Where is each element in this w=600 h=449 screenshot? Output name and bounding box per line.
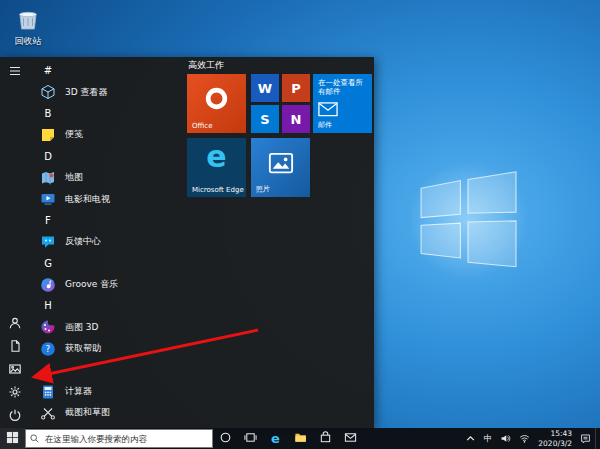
- tile-microsoft-edge[interactable]: e Microsoft Edge: [187, 138, 246, 197]
- app-list-item-calculator[interactable]: 计算器: [30, 381, 186, 402]
- office-icon: [204, 86, 229, 111]
- recycle-bin-shortcut[interactable]: 回收站: [4, 6, 52, 48]
- start-menu: # 3D 查看器 B 便笺 D 地图 电影和电视: [0, 57, 374, 428]
- app-label: 反馈中心: [65, 235, 101, 248]
- tray-date: 2020/3/2: [538, 439, 572, 449]
- user-icon: [8, 315, 22, 334]
- app-list-item-snip-sketch[interactable]: 截图和草图: [30, 402, 186, 423]
- start-menu-expand-button[interactable]: [0, 61, 30, 84]
- app-list-item-3d-viewer[interactable]: 3D 查看器: [30, 81, 186, 102]
- settings-button[interactable]: [0, 382, 30, 405]
- chevron-up-icon: [465, 429, 476, 448]
- user-account-button[interactable]: [0, 313, 30, 336]
- start-tiles-pane: 高效工作 Office W P S N 在一处查看所有邮件 邮件 e: [186, 57, 374, 428]
- recycle-bin-icon: [4, 6, 52, 34]
- hamburger-icon: [8, 63, 22, 82]
- store-bag-icon: [319, 429, 332, 448]
- wifi-icon: [519, 429, 530, 448]
- app-list-item-paint-3d[interactable]: 画图 3D: [30, 317, 186, 338]
- tile-group-title[interactable]: 高效工作: [188, 59, 224, 72]
- calculator-icon: [40, 384, 56, 400]
- start-app-list: # 3D 查看器 B 便笺 D 地图 电影和电视: [30, 57, 186, 428]
- system-tray: 中 15:43 2020/3/2: [461, 428, 600, 449]
- action-center-button[interactable]: [576, 428, 595, 449]
- tile-office[interactable]: Office: [187, 74, 246, 133]
- word-icon: W: [258, 81, 272, 96]
- speaker-icon: [500, 429, 511, 448]
- app-list-item-sticky-notes[interactable]: 便笺: [30, 124, 186, 145]
- tile-onenote[interactable]: N: [282, 105, 310, 133]
- task-view-button[interactable]: [238, 428, 263, 449]
- edge-icon: e: [271, 432, 280, 445]
- app-list-item-movies-tv[interactable]: 电影和电视: [30, 188, 186, 209]
- snip-sketch-icon: [40, 405, 56, 421]
- pictures-button[interactable]: [0, 359, 30, 382]
- app-label: 画图 3D: [65, 321, 99, 334]
- svg-text:?: ?: [46, 344, 51, 354]
- network-button[interactable]: [515, 428, 534, 449]
- windows-wallpaper-logo: [408, 162, 528, 282]
- get-help-icon: ?: [40, 341, 56, 357]
- folder-icon: [294, 429, 307, 448]
- power-icon: [8, 407, 22, 426]
- clock[interactable]: 15:43 2020/3/2: [534, 429, 576, 449]
- app-label: 地图: [65, 171, 83, 184]
- powerpoint-icon: P: [291, 81, 301, 96]
- app-label: 计算器: [65, 385, 92, 398]
- app-list-section-header[interactable]: G: [30, 253, 186, 274]
- app-list-section-header[interactable]: H: [30, 295, 186, 316]
- taskbar-search[interactable]: [25, 429, 213, 448]
- app-label: 3D 查看器: [65, 86, 108, 99]
- microsoft-store-button[interactable]: [313, 428, 338, 449]
- search-icon: [29, 429, 43, 448]
- app-label: Groove 音乐: [65, 278, 118, 291]
- task-view-icon: [244, 429, 257, 448]
- feedback-hub-icon: [40, 234, 56, 250]
- search-input[interactable]: [43, 433, 209, 445]
- mail-envelope-icon: [318, 102, 338, 117]
- volume-button[interactable]: [496, 428, 515, 449]
- documents-button[interactable]: [0, 336, 30, 359]
- sticky-notes-icon: [40, 127, 56, 143]
- app-list-section-header[interactable]: D: [30, 146, 186, 167]
- tile-powerpoint[interactable]: P: [282, 74, 310, 102]
- groove-music-icon: [40, 277, 56, 293]
- hidden-icons-button[interactable]: [461, 428, 480, 449]
- tile-skype[interactable]: S: [251, 105, 279, 133]
- gear-icon: [8, 384, 22, 403]
- app-list-item-maps[interactable]: 地图: [30, 167, 186, 188]
- mail-tile-message: 在一处查看所有邮件: [318, 78, 368, 97]
- windows-logo-icon: [6, 429, 19, 448]
- tile-mail[interactable]: 在一处查看所有邮件 邮件: [313, 74, 372, 133]
- mail-taskbar-button[interactable]: [338, 428, 363, 449]
- document-icon: [8, 338, 22, 357]
- start-menu-rail: [0, 57, 30, 428]
- tray-time: 15:43: [550, 429, 572, 439]
- action-center-icon: [580, 429, 591, 448]
- app-label: 获取帮助: [65, 342, 101, 355]
- app-list-item-feedback-hub[interactable]: 反馈中心: [30, 231, 186, 252]
- cortana-icon: [219, 429, 232, 448]
- tile-photos[interactable]: 照片: [251, 138, 310, 197]
- app-list-section-header[interactable]: B: [30, 103, 186, 124]
- taskbar: e 中: [0, 428, 600, 449]
- app-list-section-header[interactable]: #: [30, 60, 186, 81]
- app-list-item-get-help[interactable]: ? 获取帮助: [30, 338, 186, 359]
- show-desktop-button[interactable]: [595, 428, 600, 449]
- app-label: 电影和电视: [65, 193, 110, 206]
- cortana-button[interactable]: [213, 428, 238, 449]
- start-button[interactable]: [0, 428, 25, 449]
- file-explorer-button[interactable]: [288, 428, 313, 449]
- mail-envelope-icon: [344, 429, 357, 448]
- movies-tv-icon: [40, 191, 56, 207]
- tile-word[interactable]: W: [251, 74, 279, 102]
- app-list-section-header[interactable]: J: [30, 359, 186, 380]
- app-list-section-header[interactable]: F: [30, 210, 186, 231]
- power-button[interactable]: [0, 405, 30, 428]
- ime-indicator[interactable]: 中: [480, 428, 497, 449]
- 3d-viewer-icon: [40, 84, 56, 100]
- pictures-icon: [8, 361, 22, 380]
- recycle-bin-label: 回收站: [4, 35, 52, 48]
- app-list-item-groove-music[interactable]: Groove 音乐: [30, 274, 186, 295]
- edge-taskbar-button[interactable]: e: [263, 428, 288, 449]
